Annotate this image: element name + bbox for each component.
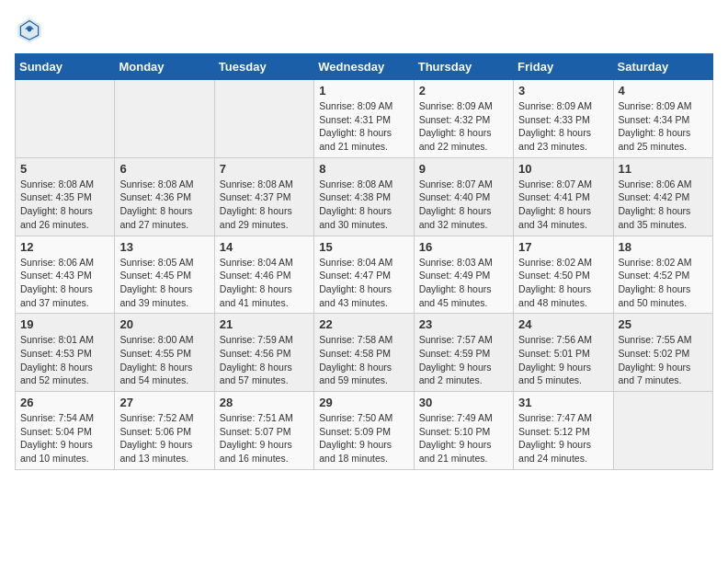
- page-header: [15, 15, 713, 44]
- day-of-week-wednesday: Wednesday: [314, 54, 414, 80]
- day-of-week-thursday: Thursday: [414, 54, 513, 80]
- day-info: Sunrise: 7:47 AM Sunset: 5:12 PM Dayligh…: [518, 411, 608, 465]
- day-info: Sunrise: 8:04 AM Sunset: 4:47 PM Dayligh…: [319, 256, 408, 310]
- day-info: Sunrise: 8:02 AM Sunset: 4:50 PM Dayligh…: [518, 256, 608, 310]
- day-number: 17: [518, 240, 608, 254]
- day-number: 11: [619, 162, 708, 176]
- calendar-cell: [214, 80, 313, 158]
- day-number: 29: [319, 396, 408, 409]
- calendar-cell: [115, 80, 214, 158]
- calendar-cell: 19Sunrise: 8:01 AM Sunset: 4:53 PM Dayli…: [16, 314, 115, 392]
- days-of-week-row: SundayMondayTuesdayWednesdayThursdayFrid…: [16, 54, 713, 80]
- calendar-cell: 4Sunrise: 8:09 AM Sunset: 4:34 PM Daylig…: [613, 80, 712, 158]
- calendar-cell: 15Sunrise: 8:04 AM Sunset: 4:47 PM Dayli…: [314, 236, 414, 314]
- day-info: Sunrise: 7:50 AM Sunset: 5:09 PM Dayligh…: [319, 411, 408, 465]
- day-info: Sunrise: 7:59 AM Sunset: 4:56 PM Dayligh…: [220, 333, 309, 387]
- day-info: Sunrise: 7:52 AM Sunset: 5:06 PM Dayligh…: [119, 411, 209, 465]
- day-info: Sunrise: 8:03 AM Sunset: 4:49 PM Dayligh…: [419, 256, 508, 310]
- calendar-cell: 6Sunrise: 8:08 AM Sunset: 4:36 PM Daylig…: [115, 157, 214, 236]
- calendar-cell: 30Sunrise: 7:49 AM Sunset: 5:10 PM Dayli…: [414, 392, 513, 470]
- calendar-cell: 29Sunrise: 7:50 AM Sunset: 5:09 PM Dayli…: [314, 392, 414, 470]
- day-info: Sunrise: 8:08 AM Sunset: 4:35 PM Dayligh…: [20, 178, 109, 232]
- calendar-cell: 17Sunrise: 8:02 AM Sunset: 4:50 PM Dayli…: [514, 236, 613, 314]
- calendar-cell: 26Sunrise: 7:54 AM Sunset: 5:04 PM Dayli…: [16, 392, 115, 470]
- calendar-cell: 1Sunrise: 8:09 AM Sunset: 4:31 PM Daylig…: [314, 80, 414, 158]
- day-number: 20: [119, 317, 209, 331]
- calendar-cell: 21Sunrise: 7:59 AM Sunset: 4:56 PM Dayli…: [214, 314, 313, 392]
- day-number: 25: [619, 317, 708, 331]
- calendar-cell: 7Sunrise: 8:08 AM Sunset: 4:37 PM Daylig…: [214, 157, 313, 236]
- day-number: 21: [220, 317, 309, 331]
- day-number: 28: [220, 396, 309, 409]
- calendar-cell: 25Sunrise: 7:55 AM Sunset: 5:02 PM Dayli…: [613, 314, 712, 392]
- day-of-week-friday: Friday: [514, 54, 613, 80]
- day-number: 23: [419, 317, 508, 331]
- calendar-cell: 24Sunrise: 7:56 AM Sunset: 5:01 PM Dayli…: [514, 314, 613, 392]
- calendar-cell: 3Sunrise: 8:09 AM Sunset: 4:33 PM Daylig…: [514, 80, 613, 158]
- calendar-body: 1Sunrise: 8:09 AM Sunset: 4:31 PM Daylig…: [16, 80, 713, 470]
- day-number: 6: [119, 162, 209, 176]
- calendar-cell: 10Sunrise: 8:07 AM Sunset: 4:41 PM Dayli…: [514, 157, 613, 236]
- calendar-cell: 12Sunrise: 8:06 AM Sunset: 4:43 PM Dayli…: [16, 236, 115, 314]
- calendar-week-1: 1Sunrise: 8:09 AM Sunset: 4:31 PM Daylig…: [16, 80, 713, 158]
- day-info: Sunrise: 8:08 AM Sunset: 4:37 PM Dayligh…: [220, 178, 309, 232]
- day-info: Sunrise: 8:05 AM Sunset: 4:45 PM Dayligh…: [119, 256, 209, 310]
- calendar-cell: 23Sunrise: 7:57 AM Sunset: 4:59 PM Dayli…: [414, 314, 513, 392]
- day-info: Sunrise: 8:04 AM Sunset: 4:46 PM Dayligh…: [220, 256, 309, 310]
- svg-point-2: [28, 28, 32, 32]
- calendar-cell: 27Sunrise: 7:52 AM Sunset: 5:06 PM Dayli…: [115, 392, 214, 470]
- day-info: Sunrise: 8:08 AM Sunset: 4:38 PM Dayligh…: [319, 178, 408, 232]
- day-number: 2: [419, 84, 508, 98]
- logo: [15, 15, 48, 44]
- calendar-cell: [613, 392, 712, 470]
- day-of-week-monday: Monday: [115, 54, 214, 80]
- day-number: 4: [619, 84, 708, 98]
- day-info: Sunrise: 7:58 AM Sunset: 4:58 PM Dayligh…: [319, 333, 408, 387]
- day-info: Sunrise: 7:49 AM Sunset: 5:10 PM Dayligh…: [419, 411, 508, 465]
- calendar-cell: 13Sunrise: 8:05 AM Sunset: 4:45 PM Dayli…: [115, 236, 214, 314]
- day-info: Sunrise: 7:55 AM Sunset: 5:02 PM Dayligh…: [619, 333, 708, 387]
- day-of-week-saturday: Saturday: [613, 54, 712, 80]
- day-number: 22: [319, 317, 408, 331]
- calendar-header: SundayMondayTuesdayWednesdayThursdayFrid…: [16, 54, 713, 80]
- day-number: 18: [619, 240, 708, 254]
- day-number: 1: [319, 84, 408, 98]
- day-number: 14: [220, 240, 309, 254]
- day-number: 3: [518, 84, 608, 98]
- calendar-cell: 11Sunrise: 8:06 AM Sunset: 4:42 PM Dayli…: [613, 157, 712, 236]
- calendar-cell: 2Sunrise: 8:09 AM Sunset: 4:32 PM Daylig…: [414, 80, 513, 158]
- day-info: Sunrise: 8:09 AM Sunset: 4:31 PM Dayligh…: [319, 99, 408, 154]
- day-info: Sunrise: 8:06 AM Sunset: 4:42 PM Dayligh…: [619, 178, 708, 232]
- day-number: 24: [518, 317, 608, 331]
- calendar-cell: 8Sunrise: 8:08 AM Sunset: 4:38 PM Daylig…: [314, 157, 414, 236]
- day-number: 10: [518, 162, 608, 176]
- day-info: Sunrise: 7:57 AM Sunset: 4:59 PM Dayligh…: [419, 333, 508, 387]
- calendar-week-2: 5Sunrise: 8:08 AM Sunset: 4:35 PM Daylig…: [16, 157, 713, 236]
- day-info: Sunrise: 8:00 AM Sunset: 4:55 PM Dayligh…: [119, 333, 209, 387]
- day-number: 8: [319, 162, 408, 176]
- day-number: 13: [119, 240, 209, 254]
- day-number: 16: [419, 240, 508, 254]
- day-info: Sunrise: 8:09 AM Sunset: 4:32 PM Dayligh…: [419, 99, 508, 154]
- calendar-week-3: 12Sunrise: 8:06 AM Sunset: 4:43 PM Dayli…: [16, 236, 713, 314]
- day-info: Sunrise: 8:07 AM Sunset: 4:41 PM Dayligh…: [518, 178, 608, 232]
- calendar-cell: 20Sunrise: 8:00 AM Sunset: 4:55 PM Dayli…: [115, 314, 214, 392]
- logo-icon: [15, 15, 44, 44]
- day-number: 30: [419, 396, 508, 409]
- day-number: 26: [20, 396, 109, 409]
- calendar-cell: 28Sunrise: 7:51 AM Sunset: 5:07 PM Dayli…: [214, 392, 313, 470]
- day-info: Sunrise: 7:56 AM Sunset: 5:01 PM Dayligh…: [518, 333, 608, 387]
- day-info: Sunrise: 8:08 AM Sunset: 4:36 PM Dayligh…: [119, 178, 209, 232]
- day-info: Sunrise: 8:07 AM Sunset: 4:40 PM Dayligh…: [419, 178, 508, 232]
- calendar-cell: 14Sunrise: 8:04 AM Sunset: 4:46 PM Dayli…: [214, 236, 313, 314]
- day-of-week-sunday: Sunday: [16, 54, 115, 80]
- day-number: 12: [20, 240, 109, 254]
- day-info: Sunrise: 7:51 AM Sunset: 5:07 PM Dayligh…: [220, 411, 309, 465]
- calendar-cell: 5Sunrise: 8:08 AM Sunset: 4:35 PM Daylig…: [16, 157, 115, 236]
- calendar-cell: 18Sunrise: 8:02 AM Sunset: 4:52 PM Dayli…: [613, 236, 712, 314]
- calendar-cell: 31Sunrise: 7:47 AM Sunset: 5:12 PM Dayli…: [514, 392, 613, 470]
- calendar-cell: 22Sunrise: 7:58 AM Sunset: 4:58 PM Dayli…: [314, 314, 414, 392]
- calendar-cell: 16Sunrise: 8:03 AM Sunset: 4:49 PM Dayli…: [414, 236, 513, 314]
- day-number: 7: [220, 162, 309, 176]
- day-of-week-tuesday: Tuesday: [214, 54, 313, 80]
